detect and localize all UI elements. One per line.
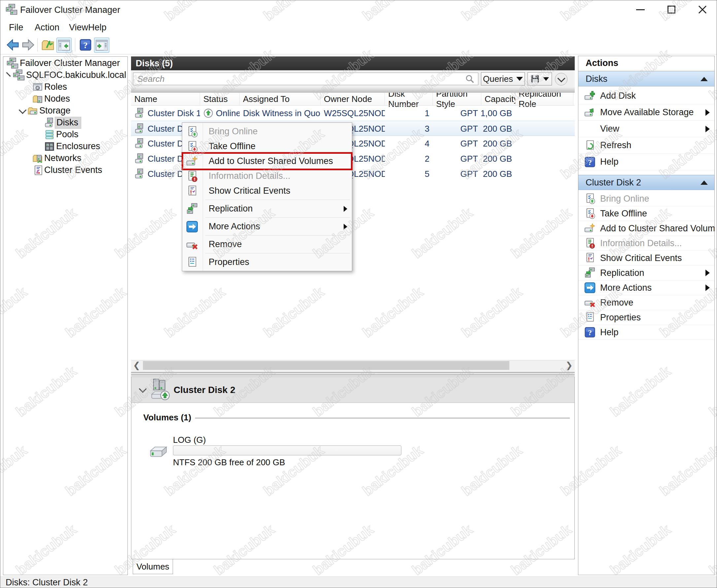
context-menu-item-information-details-[interactable]: Information Details... xyxy=(182,169,352,184)
action-help[interactable]: ?Help xyxy=(578,325,714,340)
action-properties[interactable]: Properties xyxy=(578,310,714,325)
disks-icon xyxy=(44,118,55,128)
tree-item-storage[interactable]: Storage xyxy=(3,105,127,117)
context-menu-item-add-to-cluster-shared-volumes[interactable]: Add to Cluster Shared Volumes xyxy=(182,154,352,169)
action-label: Replication xyxy=(600,268,644,278)
collapse-details-icon[interactable] xyxy=(140,386,146,393)
context-menu-item-bring-online[interactable]: Bring Online xyxy=(182,124,352,139)
action-more-actions[interactable]: More Actions xyxy=(578,280,714,295)
column-header-partition-style[interactable]: Partition Style xyxy=(433,93,481,105)
export-icon xyxy=(41,38,55,51)
menu-item-label: Add to Cluster Shared Volumes xyxy=(209,156,333,166)
submenu-arrow-icon xyxy=(705,126,710,132)
menu-item-label: More Actions xyxy=(209,222,260,232)
menu-help[interactable]: Help xyxy=(85,22,109,33)
cluster-manager-icon xyxy=(13,70,25,81)
context-menu-item-more-actions[interactable]: More Actions xyxy=(182,219,352,234)
action-add-disk[interactable]: Add Disk xyxy=(578,88,714,104)
tree-item-sqlfoc-bakicubuk-local[interactable]: SQLFOC.bakicubuk.local xyxy=(3,69,127,81)
context-menu-item-remove[interactable]: Remove xyxy=(182,237,352,252)
menu-file[interactable]: File xyxy=(6,22,26,33)
action-add-to-cluster-shared-volum-[interactable]: Add to Cluster Shared Volum... xyxy=(578,221,714,236)
column-header-name[interactable]: Name xyxy=(131,93,200,105)
action-take-offline[interactable]: Take Offline xyxy=(578,206,714,221)
action-help[interactable]: ?Help xyxy=(578,154,714,170)
chevron-down-icon xyxy=(557,74,565,82)
details-title: Cluster Disk 2 xyxy=(173,385,235,395)
context-menu-item-replication[interactable]: Replication xyxy=(182,201,352,216)
horizontal-scrollbar[interactable]: ❮ ❯ xyxy=(131,360,575,371)
actions-section-disks[interactable]: Disks xyxy=(578,71,714,86)
action-move-available-storage[interactable]: Move Available Storage xyxy=(578,104,714,121)
submenu-arrow-icon xyxy=(705,109,710,116)
details-pane: Cluster Disk 2 Volumes (1) LOG (G) NTFS … xyxy=(131,377,575,559)
column-header-assigned-to[interactable]: Assigned To xyxy=(240,93,321,105)
expander-chevron-icon[interactable] xyxy=(6,72,11,77)
tree-item-failover-cluster-manager[interactable]: Failover Cluster Manager xyxy=(3,58,127,69)
tree-item-label: Nodes xyxy=(43,93,73,105)
menu-bar: FileActionViewHelp xyxy=(0,19,717,36)
cell-partition_style: GPT xyxy=(433,166,481,182)
row-disk-icon xyxy=(135,108,145,119)
action-replication[interactable]: Replication xyxy=(578,266,714,280)
close-button[interactable] xyxy=(692,0,713,19)
minimize-button[interactable] xyxy=(630,0,651,19)
export-list-button[interactable] xyxy=(41,38,55,52)
save-query-button[interactable] xyxy=(528,72,552,85)
cell-replication_role xyxy=(515,151,573,166)
action-label: Add to Cluster Shared Volum... xyxy=(600,224,714,234)
action-information-details-[interactable]: Information Details... xyxy=(578,236,714,251)
scrollbar-thumb[interactable] xyxy=(143,361,509,370)
tree-item-disks[interactable]: Disks xyxy=(3,117,127,129)
title-bar: Failover Cluster Manager xyxy=(0,0,717,19)
scroll-left-arrow[interactable]: ❮ xyxy=(131,360,142,371)
action-view[interactable]: View xyxy=(578,121,714,137)
action-show-critical-events[interactable]: Show Critical Events xyxy=(578,251,714,266)
help-toolbar-button[interactable]: ? xyxy=(78,38,93,52)
collapse-section-icon[interactable] xyxy=(700,181,708,185)
actions-section-cluster-disk-2[interactable]: Cluster Disk 2 xyxy=(578,175,714,190)
collapse-section-icon[interactable] xyxy=(700,77,708,81)
menu-action[interactable]: Action xyxy=(32,22,62,33)
show-action-pane-button[interactable] xyxy=(94,38,109,53)
action-remove[interactable]: Remove xyxy=(578,295,714,310)
tree-item-cluster-events[interactable]: Cluster Events xyxy=(3,164,127,176)
console-tree: Failover Cluster ManagerSQLFOC.bakicubuk… xyxy=(3,57,128,575)
maximize-button[interactable] xyxy=(660,0,682,19)
search-input[interactable]: Search xyxy=(133,72,478,85)
back-button[interactable] xyxy=(6,38,20,52)
menu-item-label: Take Offline xyxy=(209,141,255,151)
cluster-disk-icon xyxy=(150,378,172,401)
tab-volumes[interactable]: Volumes xyxy=(133,559,173,574)
scroll-right-arrow[interactable]: ❯ xyxy=(564,360,575,371)
menu-separator xyxy=(205,200,350,200)
tree-item-networks[interactable]: Networks xyxy=(3,152,127,164)
show-console-tree-button[interactable] xyxy=(57,38,71,53)
column-header-disk-number[interactable]: Disk Number xyxy=(385,93,433,105)
pane-splitter[interactable] xyxy=(131,371,575,376)
column-header-status[interactable]: Status xyxy=(200,93,240,105)
tree-item-roles[interactable]: Roles xyxy=(3,81,127,93)
column-header-capacity[interactable]: Capacity xyxy=(481,93,515,105)
forward-button[interactable] xyxy=(21,38,35,52)
action-refresh[interactable]: Refresh xyxy=(578,137,714,154)
column-header-replication-role[interactable]: Replication Role xyxy=(515,93,573,105)
submenu-arrow-icon xyxy=(344,224,347,230)
volumes-group-line xyxy=(191,418,570,418)
context-menu-item-properties[interactable]: Properties xyxy=(182,255,352,270)
failover-cluster-manager-window: Failover Cluster Manager FileActionViewH… xyxy=(0,0,717,588)
column-header-owner-node[interactable]: Owner Node xyxy=(321,93,385,105)
collapse-header-button[interactable] xyxy=(555,73,568,85)
disk-row-cluster-disk-1[interactable]: Cluster Disk 1OnlineDisk Witness in Quor… xyxy=(131,106,575,121)
action-bring-online[interactable]: Bring Online xyxy=(578,191,714,206)
expander-chevron-icon[interactable] xyxy=(19,106,26,114)
context-menu-item-show-critical-events[interactable]: Show Critical Events xyxy=(182,184,352,198)
cell-replication_role xyxy=(515,166,573,182)
tree-item-pools[interactable]: Pools xyxy=(3,129,127,141)
tree-item-nodes[interactable]: Nodes xyxy=(3,93,127,105)
context-menu-item-take-offline[interactable]: Take Offline xyxy=(182,139,352,154)
cell-disk_number: 4 xyxy=(385,136,433,151)
tree-item-enclosures[interactable]: Enclosures xyxy=(3,141,127,152)
volumes-group-label: Volumes (1) xyxy=(143,413,195,423)
queries-button[interactable]: Queries xyxy=(481,72,525,85)
